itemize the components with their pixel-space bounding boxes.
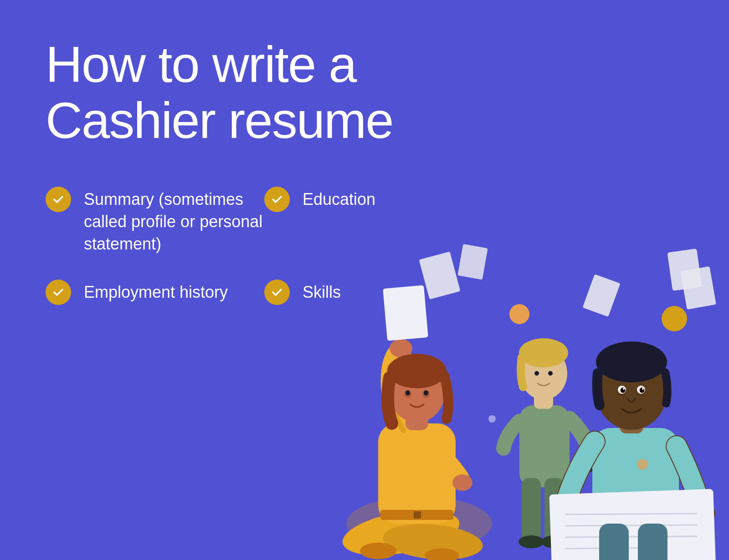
svg-point-31 [519, 535, 544, 548]
check-icon-summary [46, 187, 71, 212]
checklist-item-summary: Summary (sometimescalled profile or pers… [46, 185, 264, 255]
svg-rect-13 [378, 423, 456, 524]
svg-point-50 [623, 388, 625, 390]
svg-point-38 [534, 371, 539, 376]
svg-point-39 [548, 371, 553, 376]
svg-rect-29 [522, 478, 541, 542]
checklist-item-employment: Employment history [46, 278, 264, 305]
summary-label: Summary (sometimescalled profile or pers… [84, 185, 262, 255]
education-label: Education [303, 185, 375, 211]
svg-point-63 [637, 459, 648, 470]
svg-point-18 [452, 474, 472, 491]
svg-line-56 [565, 525, 697, 526]
employment-label: Employment history [84, 278, 228, 304]
skills-label: Skills [303, 278, 341, 304]
svg-point-51 [642, 388, 644, 390]
check-icon-skills [264, 280, 290, 305]
svg-rect-60 [638, 524, 667, 560]
checklist: Summary (sometimescalled profile or pers… [46, 185, 456, 328]
svg-point-62 [488, 415, 496, 423]
svg-point-24 [406, 391, 410, 396]
checklist-item-skills: Skills [264, 278, 447, 305]
svg-line-55 [565, 514, 697, 514]
svg-point-25 [424, 391, 428, 396]
svg-point-26 [360, 543, 396, 559]
check-icon-education [264, 187, 290, 212]
svg-rect-59 [599, 524, 629, 560]
svg-point-49 [640, 387, 645, 393]
check-icon-employment [46, 280, 71, 305]
checklist-item-education: Education [264, 185, 447, 255]
main-content: How to write a Cashier resume Summary (s… [0, 0, 729, 364]
page-title: How to write a Cashier resume [46, 36, 433, 148]
svg-line-57 [565, 536, 697, 537]
svg-rect-15 [414, 511, 421, 519]
svg-point-48 [621, 387, 626, 393]
